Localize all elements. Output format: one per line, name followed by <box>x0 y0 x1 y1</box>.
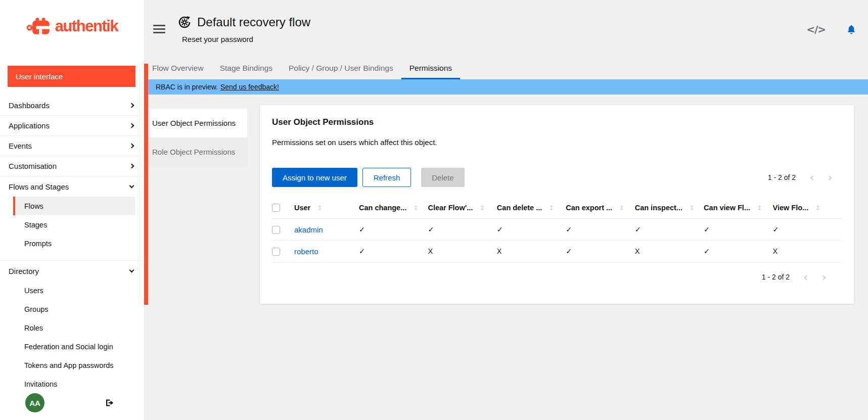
perm-cell: ✓ <box>566 241 634 262</box>
rbac-preview-banner: RBAC is in preview. Send us feedback! <box>144 79 868 95</box>
notifications-bell-icon[interactable] <box>846 24 857 35</box>
tab-stage-bindings[interactable]: Stage Bindings <box>212 58 281 79</box>
app-window: authentik User interface Dashboards Appl… <box>0 0 868 420</box>
sidebar-subitem-roles[interactable]: Roles <box>13 318 135 337</box>
banner-text: RBAC is in preview. <box>156 83 218 91</box>
logo-area: authentik <box>0 0 144 52</box>
sidebar-subitem-label: Federation and Social login <box>24 343 113 351</box>
chevron-right-icon <box>129 164 134 169</box>
sidebar-subitem-flows[interactable]: Flows <box>13 197 135 215</box>
column-header-clear-flow: Clear Flow'...↕ <box>428 199 496 219</box>
sidebar-subitem-invitations[interactable]: Invitations <box>13 375 135 393</box>
perm-cell: ✓ <box>704 219 772 241</box>
menu-toggle-button[interactable] <box>153 22 165 35</box>
row-select-checkbox[interactable] <box>272 226 280 234</box>
sidebar-item-label: Applications <box>9 121 50 130</box>
sidebar-subitem-label: Prompts <box>24 240 52 248</box>
accent-bar <box>144 64 148 305</box>
sort-icon[interactable]: ↕ <box>413 204 419 212</box>
sidebar-subitem-label: Groups <box>24 305 49 313</box>
api-code-icon[interactable]: </> <box>806 23 826 35</box>
sidebar-subitem-tokens[interactable]: Tokens and App passwords <box>13 356 135 375</box>
sidebar-subitem-stages[interactable]: Stages <box>13 215 135 234</box>
sidebar-subitem-groups[interactable]: Groups <box>13 300 135 318</box>
sidebar-subitem-users[interactable]: Users <box>13 281 135 300</box>
toolbar: Assign to new user Refresh Delete 1 - 2 … <box>272 168 842 187</box>
sidebar-subitem-label: Stages <box>24 221 47 229</box>
card-description: Permissions set on users which affect th… <box>272 138 842 147</box>
sidebar-item-flows-and-stages[interactable]: Flows and Stages <box>0 176 144 197</box>
select-all-checkbox[interactable] <box>272 204 280 212</box>
sort-icon[interactable]: ↕ <box>757 204 762 212</box>
user-link[interactable]: akadmin <box>294 225 323 234</box>
sort-icon[interactable]: ↕ <box>689 204 695 212</box>
sign-out-icon[interactable] <box>105 398 115 408</box>
pagination-prev-icon[interactable]: ‹ <box>809 172 814 183</box>
assign-to-new-user-button[interactable]: Assign to new user <box>272 168 357 187</box>
page-subtitle: Reset your password <box>182 35 310 43</box>
sidebar-item-customisation[interactable]: Customisation <box>0 156 144 176</box>
perm-cell: X <box>428 241 496 262</box>
sidebar-item-label: Directory <box>9 267 39 275</box>
content-area: User Object Permissions Role Object Perm… <box>144 95 868 420</box>
tab-flow-overview[interactable]: Flow Overview <box>144 58 212 79</box>
feedback-link[interactable]: Send us feedback! <box>220 83 279 91</box>
chevron-down-icon <box>129 267 134 272</box>
refresh-button[interactable]: Refresh <box>362 168 412 187</box>
authentik-logo[interactable]: authentik <box>26 15 118 37</box>
sidebar-item-applications[interactable]: Applications <box>0 116 144 136</box>
sidebar-subitem-prompts[interactable]: Prompts <box>13 234 135 253</box>
avatar[interactable]: AA <box>25 393 44 412</box>
title-block: Default recovery flow Reset your passwor… <box>177 15 310 43</box>
pagination-next-icon[interactable]: › <box>828 172 833 183</box>
sidebar-subitem-label: Tokens and App passwords <box>24 361 114 369</box>
flow-icon <box>177 15 192 29</box>
user-link[interactable]: roberto <box>294 247 318 256</box>
main-area: Default recovery flow Reset your passwor… <box>144 0 868 420</box>
sidebar-item-label: User interface <box>16 72 63 81</box>
tab-policy-group-user-bindings[interactable]: Policy / Group / User Bindings <box>281 58 401 79</box>
sidebar-item-dashboards[interactable]: Dashboards <box>0 96 144 116</box>
page-header: Default recovery flow Reset your passwor… <box>144 0 868 58</box>
perm-cell: ✓ <box>704 241 772 262</box>
sort-icon[interactable]: ↕ <box>549 204 554 212</box>
sort-icon[interactable]: ↕ <box>619 204 624 212</box>
chevron-right-icon <box>129 123 134 128</box>
vertical-tabs: User Object Permissions Role Object Perm… <box>145 109 247 166</box>
table-row: akadmin ✓ ✓ ✓ ✓ ✓ ✓ ✓ <box>272 219 842 241</box>
sidebar-item-events[interactable]: Events <box>0 136 144 156</box>
perm-cell: X <box>497 241 566 262</box>
sidebar-subitem-label: Invitations <box>24 380 57 388</box>
tab-permissions[interactable]: Permissions <box>401 58 460 79</box>
sort-icon[interactable]: ↕ <box>815 204 820 212</box>
sidebar-item-user-interface[interactable]: User interface <box>8 66 135 87</box>
vtab-user-object-permissions[interactable]: User Object Permissions <box>145 109 247 137</box>
authentik-logo-icon <box>26 15 55 37</box>
sidebar-item-label: Events <box>9 142 32 150</box>
row-select-checkbox[interactable] <box>272 248 280 256</box>
sidebar-nav: Dashboards Applications Events Customisa… <box>0 96 144 393</box>
column-header-can-export: Can export ...↕ <box>566 199 634 219</box>
column-header-user: User↕ <box>294 199 359 219</box>
sidebar: authentik User interface Dashboards Appl… <box>0 0 144 420</box>
sort-icon[interactable]: ↕ <box>317 204 323 212</box>
sort-icon[interactable]: ↕ <box>479 204 485 212</box>
vtab-role-object-permissions[interactable]: Role Object Permissions <box>145 137 247 166</box>
perm-cell: ✓ <box>428 219 496 241</box>
sidebar-subitem-label: Users <box>24 287 43 295</box>
pagination-label: 1 - 2 of 2 <box>762 273 790 281</box>
sidebar-subitem-federation[interactable]: Federation and Social login <box>13 337 135 356</box>
chevron-right-icon <box>129 144 134 149</box>
perm-cell: ✓ <box>359 241 428 262</box>
pagination-prev-icon[interactable]: ‹ <box>803 271 808 283</box>
tab-label: Flow Overview <box>152 64 204 73</box>
tab-label: Stage Bindings <box>220 64 272 73</box>
chevron-down-icon <box>129 183 134 188</box>
pagination-next-icon[interactable]: › <box>822 271 827 283</box>
chevron-right-icon <box>129 103 134 108</box>
sidebar-item-label: Dashboards <box>9 101 50 110</box>
delete-button[interactable]: Delete <box>421 168 464 187</box>
sidebar-item-directory[interactable]: Directory <box>0 261 144 281</box>
pagination-label: 1 - 2 of 2 <box>768 173 796 181</box>
tab-label: Permissions <box>409 64 452 73</box>
